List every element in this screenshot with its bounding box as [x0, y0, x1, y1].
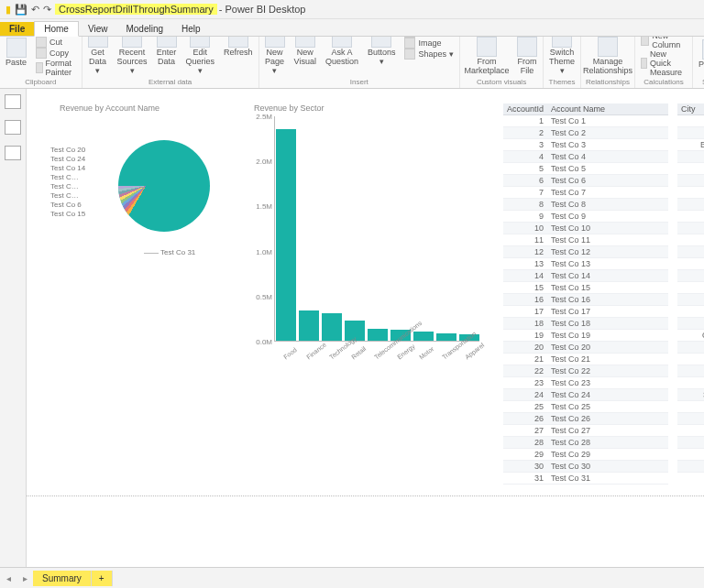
accounts-table[interactable]: AccountId Account Name 1Test Co 12Test C…	[503, 103, 668, 452]
table-row[interactable]: 12Test Co 12	[503, 246, 668, 258]
table-row[interactable]: Las Vegas	[677, 306, 704, 318]
table-row[interactable]: Rochester	[677, 365, 704, 377]
table-row[interactable]: Huntington	[677, 282, 704, 294]
page-summary[interactable]: Summary	[33, 571, 92, 586]
table-row[interactable]: 18Test Co 18	[503, 318, 668, 330]
page-prev[interactable]: ◂	[0, 573, 16, 583]
col-city[interactable]: City	[677, 103, 704, 115]
table-row[interactable]: Oklahoma City	[677, 330, 704, 342]
image-button[interactable]: Image	[402, 38, 456, 49]
shapes-button[interactable]: Shapes ▾	[402, 49, 456, 60]
table-row[interactable]: Troy	[677, 449, 704, 461]
table-row[interactable]: 14Test Co 14	[503, 270, 668, 282]
new-page-button[interactable]: New Page▾	[263, 37, 287, 77]
table-row[interactable]: Hartford	[677, 246, 704, 258]
ask-question-button[interactable]: Ask A Question	[324, 37, 360, 68]
get-data-button[interactable]: Get Data▾	[86, 37, 110, 77]
table-row[interactable]: Amarillo	[677, 115, 704, 127]
publish-button[interactable]: Publish	[697, 38, 704, 71]
table-row[interactable]: 30Test Co 30	[503, 461, 668, 473]
marketplace-button[interactable]: From Marketplace	[464, 37, 510, 77]
table-row[interactable]: Fort Myers	[677, 223, 704, 234]
tab-help[interactable]: Help	[172, 22, 210, 36]
redo-icon[interactable]: ↷	[43, 4, 51, 16]
table-row[interactable]: Toledo	[677, 425, 704, 437]
table-row[interactable]: 20Test Co 20	[503, 342, 668, 354]
manage-relationships-button[interactable]: Manage Relationships	[585, 37, 631, 77]
table-row[interactable]: Houston	[677, 270, 704, 282]
table-row[interactable]: 23Test Co 23	[503, 377, 668, 389]
page-next[interactable]: ▸	[16, 573, 33, 583]
tab-file[interactable]: File	[0, 22, 34, 36]
table-row[interactable]: 7Test Co 7	[503, 187, 668, 199]
table-row[interactable]: 4Test Co 4	[503, 151, 668, 163]
table-row[interactable]: 26Test Co 26	[503, 413, 668, 425]
table-row[interactable]: 1Test Co 1	[503, 115, 668, 127]
table-row[interactable]: 6Test Co 6	[503, 175, 668, 187]
table-row[interactable]: Los Angeles	[677, 318, 704, 330]
table-row[interactable]: 27Test Co 27	[503, 425, 668, 437]
table-row[interactable]: 3Test Co 3	[503, 139, 668, 151]
table-row[interactable]: 31Test Co 31	[503, 473, 668, 485]
table-row[interactable]: Charleston	[677, 163, 704, 175]
table-row[interactable]: El Paso	[677, 211, 704, 223]
save-icon[interactable]: 💾	[15, 4, 28, 16]
tab-view[interactable]: View	[79, 22, 117, 36]
table-row[interactable]: Honolulu	[677, 258, 704, 270]
edit-queries-button[interactable]: Edit Queries▾	[184, 37, 217, 77]
table-row[interactable]: Waco	[677, 461, 704, 473]
table-row[interactable]: 11Test Co 11	[503, 234, 668, 246]
table-row[interactable]: Santa Barbara	[677, 389, 704, 401]
table-row[interactable]: 2Test Co 2	[503, 127, 668, 139]
table-row[interactable]: Detroit	[677, 199, 704, 211]
undo-icon[interactable]: ↶	[31, 4, 39, 16]
new-column-button[interactable]: New Column	[639, 37, 688, 49]
table-row[interactable]: 17Test Co 17	[503, 306, 668, 318]
bar[interactable]	[299, 310, 319, 341]
table-row[interactable]: 21Test Co 21	[503, 354, 668, 365]
table-row[interactable]: 15Test Co 15	[503, 282, 668, 294]
tab-home[interactable]: Home	[34, 21, 79, 37]
table-row[interactable]: Greensboro	[677, 234, 704, 246]
table-row[interactable]: 19Test Co 19	[503, 330, 668, 342]
col-accountid[interactable]: AccountId	[503, 103, 547, 115]
table-row[interactable]: Syracuse	[677, 413, 704, 425]
table-row[interactable]: 10Test Co 10	[503, 223, 668, 234]
refresh-button[interactable]: Refresh	[222, 37, 255, 59]
table-row[interactable]: 22Test Co 22	[503, 365, 668, 377]
table-row[interactable]: 24Test Co 24	[503, 389, 668, 401]
paste-button[interactable]: Paste	[4, 37, 28, 69]
enter-data-button[interactable]: Enter Data	[155, 37, 179, 68]
table-row[interactable]: Reading	[677, 354, 704, 365]
table-row[interactable]: Irving	[677, 294, 704, 306]
new-visual-button[interactable]: New Visual	[292, 37, 318, 68]
switch-theme-button[interactable]: Switch Theme▾	[547, 37, 577, 77]
bar[interactable]	[413, 332, 434, 341]
report-view-icon[interactable]	[5, 94, 21, 109]
pie-visual[interactable]: Revenue by Account Name Test Co 20Test C…	[60, 103, 225, 287]
table-row[interactable]: 9Test Co 9	[503, 211, 668, 223]
table-row[interactable]: Boynton Beach	[677, 139, 704, 151]
buttons-button[interactable]: Buttons▾	[366, 37, 398, 68]
copy-button[interactable]: Copy	[34, 48, 78, 59]
table-row[interactable]: Carol Stream	[677, 151, 704, 163]
bar[interactable]	[436, 333, 456, 341]
table-row[interactable]: 29Test Co 29	[503, 449, 668, 461]
new-quick-measure-button[interactable]: New Quick Measure	[639, 49, 688, 77]
format-painter-button[interactable]: Format Painter	[34, 59, 78, 77]
table-row[interactable]: Chicago	[677, 175, 704, 187]
recent-sources-button[interactable]: Recent Sources▾	[116, 37, 149, 77]
table-row[interactable]: Stockton	[677, 401, 704, 413]
tab-modeling[interactable]: Modeling	[116, 22, 172, 36]
table-row[interactable]: 25Test Co 25	[503, 401, 668, 413]
col-accountname[interactable]: Account Name	[547, 103, 668, 115]
table-row[interactable]: Anada	[677, 127, 704, 139]
bar[interactable]	[322, 313, 342, 341]
cut-button[interactable]: Cut	[34, 37, 78, 48]
bar[interactable]	[276, 129, 296, 341]
table-row[interactable]: 5Test Co 5	[503, 163, 668, 175]
report-canvas[interactable]: Revenue by Account Name Test Co 20Test C…	[27, 89, 704, 570]
table-row[interactable]: Philadelphia	[677, 342, 704, 354]
city-table[interactable]: CityAmarilloAnadaBoynton BeachCarol Stre…	[677, 103, 704, 452]
table-row[interactable]: 28Test Co 28	[503, 437, 668, 449]
